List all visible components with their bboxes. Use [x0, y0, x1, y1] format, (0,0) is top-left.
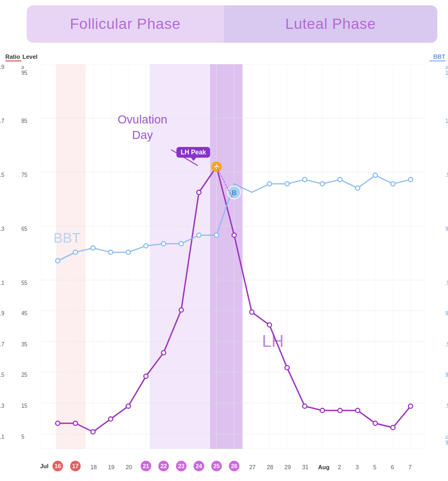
svg-point-63	[161, 242, 166, 246]
x-label-23: 23	[176, 461, 187, 471]
svg-point-45	[197, 190, 201, 195]
follicular-phase-label: Follicular Phase	[70, 15, 181, 33]
chart-container: Follicular Phase Luteal Phase Ratio Leve…	[0, 0, 448, 481]
x-label-22: 22	[158, 461, 169, 471]
svg-point-43	[161, 351, 166, 355]
svg-point-38	[73, 421, 78, 425]
x-label-20: 20	[126, 464, 132, 470]
svg-point-59	[91, 246, 95, 250]
svg-point-64	[179, 242, 183, 246]
ovulation-arrow	[171, 150, 203, 171]
svg-rect-2	[210, 64, 242, 449]
svg-point-55	[391, 425, 395, 430]
svg-line-81	[171, 150, 198, 166]
svg-point-65	[197, 233, 201, 237]
x-label-3: 3	[356, 464, 359, 470]
x-label-28: 28	[267, 464, 273, 470]
x-label-25: 25	[211, 461, 222, 471]
bbt-header: BBT	[433, 53, 445, 60]
svg-point-68	[285, 182, 289, 186]
svg-point-40	[109, 417, 113, 421]
x-label-aug: Aug	[318, 464, 329, 470]
ratio-legend-line	[5, 60, 21, 61]
svg-point-75	[408, 177, 413, 182]
svg-point-37	[56, 421, 60, 425]
svg-point-49	[285, 366, 289, 370]
svg-point-56	[408, 404, 413, 408]
svg-rect-0	[56, 64, 86, 449]
x-label-2: 2	[338, 464, 341, 470]
x-label-7: 7	[408, 464, 412, 470]
svg-point-50	[303, 404, 307, 408]
x-label-16: 16	[52, 461, 63, 471]
follicular-phase: Follicular Phase	[27, 5, 224, 43]
svg-point-66	[214, 233, 219, 237]
svg-point-52	[338, 408, 342, 413]
svg-point-62	[144, 244, 148, 248]
x-label-27: 27	[249, 464, 256, 470]
svg-point-44	[179, 308, 183, 312]
x-label-29: 29	[284, 464, 291, 470]
x-label-26: 26	[229, 461, 240, 471]
x-label-5: 5	[373, 464, 376, 470]
phase-header: Follicular Phase Luteal Phase	[27, 5, 437, 43]
svg-point-69	[303, 177, 307, 182]
x-label-21: 21	[141, 461, 151, 471]
x-label-6: 6	[391, 464, 394, 470]
x-label-18: 18	[90, 464, 97, 470]
x-label-17: 17	[70, 461, 81, 471]
svg-point-39	[91, 430, 95, 434]
svg-point-70	[320, 182, 325, 186]
svg-point-67	[267, 182, 272, 186]
svg-text:B: B	[231, 189, 236, 197]
svg-point-47	[250, 310, 254, 314]
main-chart-svg: B +	[40, 64, 425, 449]
svg-point-58	[73, 250, 78, 254]
svg-point-42	[144, 374, 148, 378]
svg-point-74	[391, 182, 395, 186]
svg-point-71	[338, 177, 342, 182]
x-label-24: 24	[194, 461, 204, 471]
svg-point-57	[56, 259, 60, 263]
x-label-jul: Jul	[40, 463, 49, 469]
svg-point-51	[320, 408, 325, 413]
svg-point-41	[126, 404, 130, 408]
luteal-phase: Luteal Phase	[224, 5, 437, 43]
svg-point-54	[373, 421, 377, 425]
luteal-phase-label: Luteal Phase	[285, 15, 376, 33]
ratio-header: Ratio	[5, 53, 20, 60]
svg-point-60	[109, 250, 113, 254]
x-label-19: 19	[108, 464, 114, 470]
svg-point-72	[356, 186, 360, 190]
svg-point-73	[373, 173, 377, 177]
svg-point-53	[356, 408, 360, 413]
bbt-legend-line	[429, 60, 445, 61]
svg-point-61	[126, 250, 130, 254]
svg-point-46	[232, 233, 236, 237]
level-header: Level	[22, 53, 37, 60]
svg-point-48	[267, 323, 272, 327]
x-label-31: 31	[302, 464, 308, 470]
